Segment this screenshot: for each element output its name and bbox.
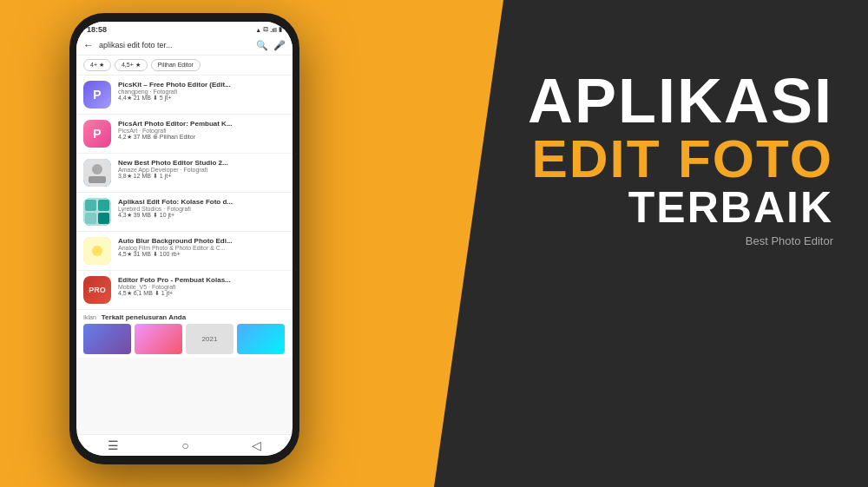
app-info-editorpro: Editor Foto Pro - Pembuat Kolas... Mobil…: [118, 276, 286, 297]
search-icon[interactable]: 🔍: [256, 40, 268, 51]
app-list: P PicsKit – Free Photo Editor (Edit... c…: [76, 76, 293, 310]
app-item-picskit[interactable]: P PicsKit – Free Photo Editor (Edit... c…: [76, 76, 293, 115]
status-time: 18:58: [87, 25, 107, 34]
app-info-picsart: PicsArt Photo Editor: Pembuat K... PicsA…: [118, 120, 286, 141]
app-item-editorpro[interactable]: PRO Editor Foto Pro - Pembuat Kolas... M…: [76, 271, 293, 310]
bottom-nav: ☰ ○ ◁: [76, 434, 293, 456]
headline-line1: APLIKASI: [528, 69, 833, 132]
app-icon-picskit: P: [83, 81, 111, 109]
nav-home-icon[interactable]: ☰: [108, 438, 119, 452]
app-dev: PicsArt · Fotografi: [118, 128, 286, 134]
filter-chips: 4+ ★ 4,5+ ★ Pilihan Editor: [76, 56, 293, 76]
back-button[interactable]: ←: [83, 39, 94, 51]
status-bar: 18:58 ▲⊡.ıll▮: [76, 22, 293, 36]
app-info-blur: Auto Blur Background Photo Edi... Analog…: [118, 237, 286, 258]
phone-frame: 18:58 ▲⊡.ıll▮ ← aplikasi edit foto ter..…: [69, 13, 299, 464]
ad-thumb-2: [135, 324, 182, 354]
app-meta: 3,8★ 12 MB ⬇ 1 jt+: [118, 173, 286, 180]
app-meta: 4,4★ 21 MB ⬇ 5 jt+: [118, 95, 286, 102]
app-icon-editorpro: PRO: [83, 276, 111, 304]
app-name: Aplikasi Edit Foto: Kolase Foto d...: [118, 198, 286, 206]
app-meta: 4,3★ 39 MB ⬇ 10 jt+: [118, 212, 286, 219]
app-info-kolase: Aplikasi Edit Foto: Kolase Foto d... Lyr…: [118, 198, 286, 219]
nav-circle-icon[interactable]: ○: [181, 438, 188, 452]
app-dev: Analog Film Photo & Photo Editor & C...: [118, 245, 286, 251]
app-info-picskit: PicsKit – Free Photo Editor (Edit... cha…: [118, 81, 286, 102]
app-name: Auto Blur Background Photo Edi...: [118, 237, 286, 245]
app-name: PicsKit – Free Photo Editor (Edit...: [118, 81, 286, 89]
app-item-blur[interactable]: Auto Blur Background Photo Edi... Analog…: [76, 232, 293, 271]
best-photo-editor-subtitle: Best Photo Editor: [528, 234, 833, 247]
chevron-divider: [382, 0, 469, 487]
svg-rect-6: [85, 213, 96, 224]
chip-4star[interactable]: 4+ ★: [83, 59, 111, 71]
nav-back-icon[interactable]: ◁: [252, 438, 261, 452]
ad-thumb-3: 2021: [186, 324, 233, 354]
app-name: New Best Photo Editor Studio 2...: [118, 159, 286, 167]
headline-line2: EDIT FOTO: [528, 132, 833, 186]
app-info-newbest: New Best Photo Editor Studio 2... Amaze …: [118, 159, 286, 180]
headline-text: APLIKASI EDIT FOTO TERBAIK Best Photo Ed…: [528, 69, 833, 247]
chip-45star[interactable]: 4,5+ ★: [115, 59, 148, 71]
headline-line3: TERBAIK: [528, 186, 833, 229]
ad-label: Iklan: [83, 314, 96, 320]
ad-title: Terkait penelusuran Anda: [102, 313, 186, 321]
search-bar[interactable]: ← aplikasi edit foto ter... 🔍 🎤: [76, 36, 293, 56]
svg-rect-4: [85, 200, 96, 211]
app-meta: 4,5★ 31 MB ⬇ 100 rb+: [118, 251, 286, 258]
app-dev: Amaze App Developer · Fotografi: [118, 167, 286, 173]
svg-rect-2: [89, 176, 106, 183]
app-dev: Mobile_V5 · Fotografi: [118, 284, 286, 290]
ad-thumbnails: 2021: [83, 324, 286, 354]
svg-point-1: [92, 164, 102, 174]
mic-icon[interactable]: 🎤: [273, 40, 286, 51]
ad-thumb-1: [83, 324, 131, 354]
app-item-newbest[interactable]: New Best Photo Editor Studio 2... Amaze …: [76, 154, 293, 193]
app-item-kolase[interactable]: Aplikasi Edit Foto: Kolase Foto d... Lyr…: [76, 193, 293, 232]
phone-wrapper: 18:58 ▲⊡.ıll▮ ← aplikasi edit foto ter..…: [17, 9, 312, 482]
phone-screen: 18:58 ▲⊡.ıll▮ ← aplikasi edit foto ter..…: [76, 22, 293, 456]
app-meta: 4,5★ 6,1 MB ⬇ 1 jt+: [118, 290, 286, 297]
app-meta: 4,2★ 37 MB ⊕ Pilihan Editor: [118, 134, 286, 141]
svg-rect-7: [98, 213, 109, 224]
ad-thumb-4: [237, 324, 285, 354]
app-icon-picsart: P: [83, 120, 111, 148]
app-item-picsart[interactable]: P PicsArt Photo Editor: Pembuat K... Pic…: [76, 115, 293, 154]
svg-point-10: [92, 246, 102, 256]
app-icon-kolase: [83, 198, 111, 226]
search-query: aplikasi edit foto ter...: [99, 41, 251, 49]
chip-editor-choice[interactable]: Pilihan Editor: [151, 59, 201, 71]
app-icon-newbest: [83, 159, 111, 187]
app-dev: changpeng · Fotografi: [118, 89, 286, 95]
app-name: PicsArt Photo Editor: Pembuat K...: [118, 120, 286, 128]
app-icon-blur: [83, 237, 111, 265]
status-icons: ▲⊡.ıll▮: [255, 26, 282, 33]
ad-section: Iklan Terkait penelusuran Anda 2021: [76, 310, 293, 358]
app-name: Editor Foto Pro - Pembuat Kolas...: [118, 276, 286, 284]
svg-rect-5: [98, 200, 109, 211]
app-dev: Lyrebird Studios · Fotografi: [118, 206, 286, 212]
